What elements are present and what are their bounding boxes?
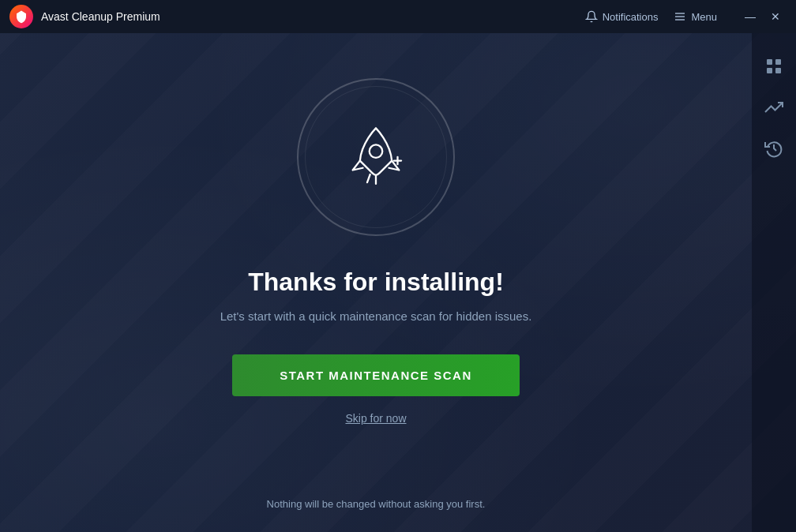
- svg-rect-4: [775, 59, 781, 65]
- chart-icon: [764, 98, 783, 117]
- rocket-illustration: [332, 114, 419, 200]
- history-icon: [764, 139, 783, 158]
- minimize-button[interactable]: —: [739, 6, 761, 28]
- close-button[interactable]: ✕: [764, 6, 787, 28]
- start-scan-button[interactable]: START MAINTENANCE SCAN: [232, 354, 520, 396]
- titlebar-left: Avast Cleanup Premium: [9, 5, 585, 28]
- menu-icon: [674, 10, 686, 23]
- skip-link[interactable]: Skip for now: [345, 412, 406, 425]
- notifications-label: Notifications: [603, 11, 659, 23]
- app-title: Avast Cleanup Premium: [41, 10, 160, 23]
- window-controls: — ✕: [739, 6, 787, 28]
- svg-point-7: [370, 144, 383, 158]
- rocket-icon-circle: [297, 78, 455, 236]
- main-content: Thanks for installing! Let's start with …: [0, 33, 752, 532]
- svg-rect-5: [767, 68, 772, 73]
- svg-rect-6: [775, 68, 781, 73]
- main-subtext: Let's start with a quick maintenance sca…: [220, 309, 532, 323]
- sidebar-dashboard-button[interactable]: [757, 49, 791, 84]
- svg-rect-3: [767, 59, 772, 65]
- app-logo: [9, 5, 33, 28]
- main-heading: Thanks for installing!: [248, 268, 504, 297]
- menu-label: Menu: [691, 11, 717, 23]
- sidebar-right: [752, 33, 796, 532]
- svg-line-8: [367, 174, 370, 182]
- grid-icon: [764, 57, 783, 76]
- sidebar-history-button[interactable]: [757, 131, 791, 166]
- footer-notice: Nothing will be changed without asking y…: [0, 498, 752, 510]
- titlebar: Avast Cleanup Premium Notifications Menu…: [0, 0, 796, 33]
- bell-icon: [585, 10, 598, 23]
- menu-button[interactable]: Menu: [674, 10, 717, 23]
- titlebar-right: Notifications Menu — ✕: [585, 6, 787, 28]
- sidebar-statistics-button[interactable]: [757, 90, 791, 125]
- notifications-button[interactable]: Notifications: [585, 10, 659, 23]
